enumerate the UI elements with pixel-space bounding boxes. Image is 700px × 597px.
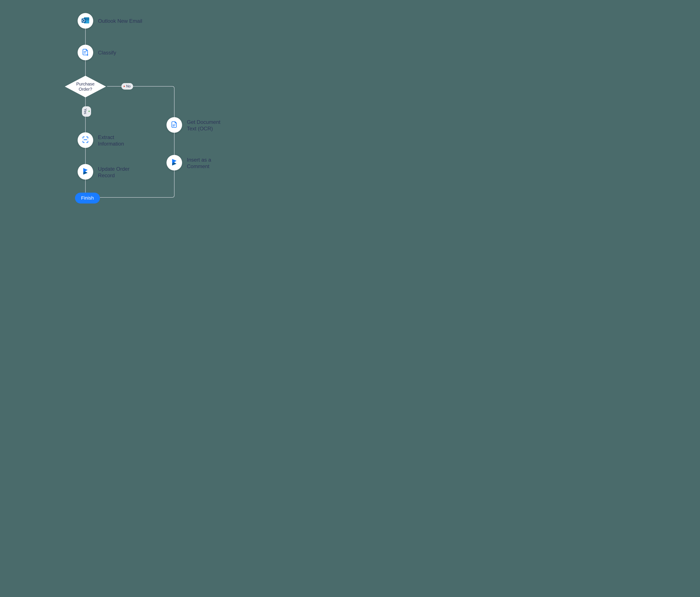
node-finish[interactable]: Finish <box>75 193 100 204</box>
branch-no: No <box>121 83 133 90</box>
label-extract: Extract Information <box>98 134 124 147</box>
document-sparkle-icon <box>81 48 90 57</box>
dot-red-icon <box>124 86 125 87</box>
label-update: Update Order Record <box>98 166 129 179</box>
dynamics-icon <box>81 167 90 176</box>
node-extract[interactable] <box>78 132 93 148</box>
node-update[interactable] <box>78 164 93 180</box>
label-decision: Purchase Order? <box>76 81 95 92</box>
label-finish: Finish <box>81 195 94 201</box>
branch-no-label: No <box>126 85 130 88</box>
branch-yes: Yes <box>82 106 91 117</box>
label-insert: Insert as a Comment <box>187 157 211 170</box>
dot-green-icon <box>89 111 90 112</box>
svg-rect-2 <box>82 19 86 23</box>
scan-icon <box>81 135 90 145</box>
label-ocr: Get Document Text (OCR) <box>187 119 221 132</box>
outlook-icon <box>81 16 90 26</box>
node-decision[interactable]: Purchase Order? <box>64 75 107 98</box>
node-classify[interactable] <box>78 45 93 60</box>
dynamics-icon <box>170 158 179 167</box>
connector-lines <box>0 0 254 217</box>
node-outlook[interactable] <box>78 13 93 29</box>
document-lines-icon <box>170 120 179 130</box>
branch-yes-label: Yes <box>83 109 87 114</box>
node-ocr[interactable] <box>167 117 182 133</box>
flowchart: Outlook New Email Classify Purchase Orde… <box>0 0 254 217</box>
node-insert[interactable] <box>167 155 182 170</box>
label-classify: Classify <box>98 49 116 56</box>
label-outlook: Outlook New Email <box>98 18 142 24</box>
